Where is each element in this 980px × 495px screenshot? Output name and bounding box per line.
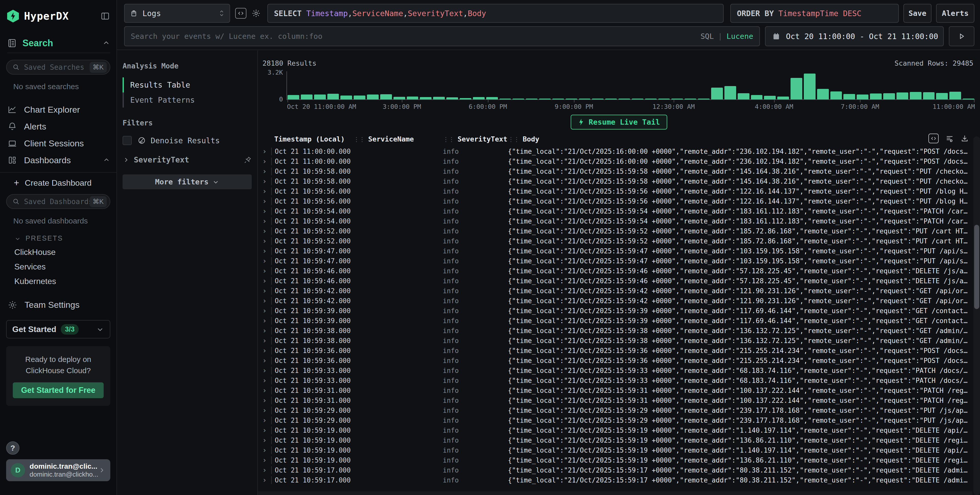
row-expand-chevron-icon[interactable]: ›	[258, 296, 271, 305]
table-row[interactable]: › Oct 21 10:59:19.000 AM info {"time_loc…	[258, 435, 980, 445]
row-expand-chevron-icon[interactable]: ›	[258, 147, 271, 156]
histogram-bar[interactable]	[936, 93, 948, 99]
column-grip-icon[interactable]: ⋮⋮	[353, 136, 364, 143]
event-search-box[interactable]: SQL | Lucene	[124, 26, 760, 46]
table-row[interactable]: › Oct 21 10:59:36.000 AM info {"time_loc…	[258, 355, 980, 366]
histogram-bar[interactable]	[658, 99, 670, 99]
row-expand-chevron-icon[interactable]: ›	[258, 187, 271, 196]
histogram-bar[interactable]	[870, 94, 882, 99]
save-button[interactable]: Save	[904, 4, 931, 23]
row-expand-chevron-icon[interactable]: ›	[258, 257, 271, 265]
histogram-bar[interactable]	[645, 99, 657, 99]
run-query-button[interactable]	[949, 26, 974, 46]
histogram-bar[interactable]	[592, 99, 604, 99]
alerts-button[interactable]: Alerts	[936, 4, 974, 23]
row-expand-chevron-icon[interactable]: ›	[258, 386, 271, 395]
wrap-lines-icon[interactable]	[945, 135, 954, 142]
table-row[interactable]: › Oct 21 10:59:54.000 AM info {"time_loc…	[258, 216, 980, 226]
table-row[interactable]: › Oct 21 10:59:52.000 AM info {"time_loc…	[258, 236, 980, 246]
get-started-dropdown[interactable]: Get Started 3/3	[6, 320, 110, 338]
user-menu[interactable]: D dominic.tran@clic... dominic.tran@clic…	[6, 459, 110, 481]
histogram-bar[interactable]	[738, 93, 749, 99]
source-settings-gear-icon[interactable]	[251, 9, 261, 18]
row-expand-chevron-icon[interactable]: ›	[258, 336, 271, 345]
preset-clickhouse[interactable]: ClickHouse	[14, 247, 110, 257]
histogram-bar[interactable]	[566, 99, 578, 99]
histogram-bar[interactable]	[526, 99, 538, 99]
row-expand-chevron-icon[interactable]: ›	[258, 286, 271, 295]
table-row[interactable]: › Oct 21 10:59:29.000 AM info {"time_loc…	[258, 415, 980, 425]
histogram-bar[interactable]	[830, 91, 842, 99]
event-search-input[interactable]	[131, 32, 696, 41]
histogram-bar[interactable]	[684, 99, 696, 99]
histogram-bar[interactable]	[857, 94, 869, 99]
collapse-sidebar-icon[interactable]	[100, 11, 110, 21]
sidebar-item-alerts[interactable]: Alerts	[0, 118, 116, 135]
select-query-input[interactable]: SELECT Timestamp,ServiceName,SeverityTex…	[267, 4, 724, 23]
search-collapse-chevron-icon[interactable]	[102, 39, 110, 47]
row-expand-chevron-icon[interactable]: ›	[258, 456, 271, 464]
histogram-bar[interactable]	[486, 97, 498, 99]
view-source-code-icon[interactable]	[928, 134, 939, 143]
column-grip-icon[interactable]: ⋮⋮	[508, 136, 519, 143]
row-expand-chevron-icon[interactable]: ›	[258, 217, 271, 225]
row-expand-chevron-icon[interactable]: ›	[258, 237, 271, 245]
row-expand-chevron-icon[interactable]: ›	[258, 307, 271, 315]
table-row[interactable]: › Oct 21 10:59:56.000 AM info {"time_loc…	[258, 196, 980, 206]
histogram-bar[interactable]	[500, 99, 511, 99]
vertical-scrollbar-thumb[interactable]	[974, 225, 979, 309]
table-row[interactable]: › Oct 21 10:59:54.000 AM info {"time_loc…	[258, 206, 980, 216]
row-expand-chevron-icon[interactable]: ›	[258, 277, 271, 285]
row-expand-chevron-icon[interactable]: ›	[258, 247, 271, 255]
histogram-bar[interactable]	[671, 99, 683, 99]
table-row[interactable]: › Oct 21 10:59:46.000 AM info {"time_loc…	[258, 266, 980, 276]
sidebar-item-dashboards[interactable]: Dashboards	[0, 152, 116, 169]
row-expand-chevron-icon[interactable]: ›	[258, 207, 271, 215]
histogram-bar[interactable]	[764, 96, 776, 99]
row-expand-chevron-icon[interactable]: ›	[258, 346, 271, 355]
column-header-servicename[interactable]: ⋮⋮ServiceName	[353, 135, 443, 143]
histogram-bar[interactable]	[512, 99, 524, 99]
histogram-bar[interactable]	[817, 89, 829, 99]
table-row[interactable]: › Oct 21 10:59:58.000 AM info {"time_loc…	[258, 166, 980, 176]
histogram-bar[interactable]	[579, 99, 590, 99]
table-row[interactable]: › Oct 21 10:59:31.000 AM info {"time_loc…	[258, 385, 980, 395]
row-expand-chevron-icon[interactable]: ›	[258, 416, 271, 425]
table-row[interactable]: › Oct 21 10:59:42.000 AM info {"time_loc…	[258, 286, 980, 296]
row-expand-chevron-icon[interactable]: ›	[258, 157, 271, 166]
histogram-bar[interactable]	[843, 94, 855, 99]
create-dashboard-button[interactable]: + Create Dashboard	[0, 176, 116, 190]
histogram-bar[interactable]	[724, 86, 736, 99]
table-row[interactable]: › Oct 21 10:59:17.000 AM info {"time_loc…	[258, 465, 980, 475]
table-row[interactable]: › Oct 21 10:59:19.000 AM info {"time_loc…	[258, 455, 980, 465]
vertical-scrollbar-track[interactable]	[974, 136, 980, 495]
histogram-bar[interactable]	[539, 99, 551, 99]
language-lucene-option[interactable]: Lucene	[727, 32, 753, 41]
table-row[interactable]: › Oct 21 11:00:00.000 AM info {"time_loc…	[258, 146, 980, 156]
table-row[interactable]: › Oct 21 10:59:33.000 AM info {"time_loc…	[258, 376, 980, 385]
row-expand-chevron-icon[interactable]: ›	[258, 197, 271, 205]
histogram-bar[interactable]	[446, 97, 458, 99]
row-expand-chevron-icon[interactable]: ›	[258, 356, 271, 365]
histogram-bar[interactable]	[433, 97, 445, 99]
orderby-query-input[interactable]: ORDER BY TimestampTime DESC	[730, 4, 899, 23]
denoise-results-toggle[interactable]: Denoise Results	[123, 136, 252, 145]
histogram-bar[interactable]	[393, 97, 405, 99]
language-sql-option[interactable]: SQL	[700, 32, 714, 41]
table-row[interactable]: › Oct 21 10:59:36.000 AM info {"time_loc…	[258, 345, 980, 355]
histogram-bar[interactable]	[354, 95, 365, 99]
row-expand-chevron-icon[interactable]: ›	[258, 446, 271, 454]
row-expand-chevron-icon[interactable]: ›	[258, 326, 271, 335]
histogram-bar[interactable]	[473, 97, 485, 99]
histogram-bar[interactable]	[327, 94, 339, 99]
more-filters-button[interactable]: More filters	[123, 175, 252, 189]
row-expand-chevron-icon[interactable]: ›	[258, 396, 271, 404]
table-row[interactable]: › Oct 21 10:59:38.000 AM info {"time_loc…	[258, 336, 980, 345]
histogram-bar[interactable]	[791, 78, 802, 99]
row-expand-chevron-icon[interactable]: ›	[258, 177, 271, 185]
column-header-body[interactable]: ⋮⋮Body	[508, 135, 980, 143]
row-expand-chevron-icon[interactable]: ›	[258, 317, 271, 325]
histogram-bar[interactable]	[897, 92, 908, 99]
row-expand-chevron-icon[interactable]: ›	[258, 476, 271, 484]
table-row[interactable]: › Oct 21 10:59:47.000 AM info {"time_loc…	[258, 246, 980, 256]
